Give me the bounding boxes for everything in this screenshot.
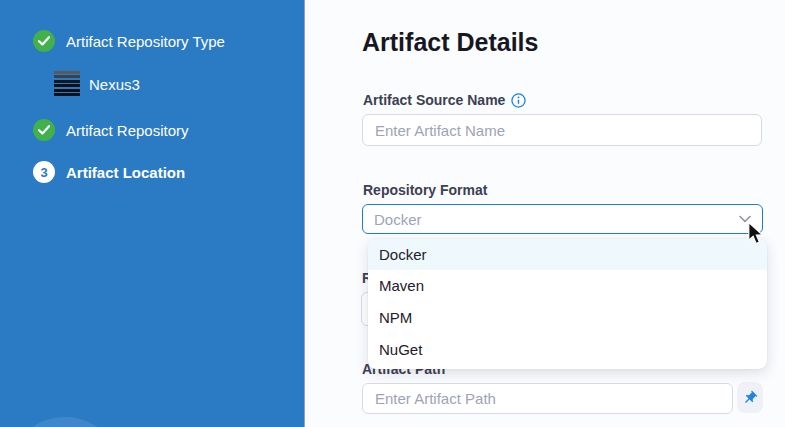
artifact-source-name-input[interactable]	[362, 114, 762, 146]
dropdown-option-nuget[interactable]: NuGet	[368, 334, 767, 366]
repository-format-label: Repository Format	[363, 182, 487, 198]
step-label: Artifact Repository Type	[66, 33, 225, 50]
dropdown-option-npm[interactable]: NPM	[368, 302, 767, 334]
step-label: Artifact Location	[66, 164, 185, 181]
step-number-badge: 3	[33, 161, 55, 183]
substep-label: Nexus3	[89, 76, 140, 93]
step-label: Artifact Repository	[66, 122, 189, 139]
nexus3-stack-icon	[54, 71, 80, 98]
check-icon	[33, 30, 55, 52]
sidebar-step-artifact-repository-type[interactable]: Artifact Repository Type	[33, 30, 225, 52]
chevron-down-icon	[739, 215, 751, 223]
info-icon[interactable]	[511, 93, 526, 108]
repository-format-select[interactable]: Docker	[362, 204, 763, 234]
label-text: Repository Format	[363, 182, 487, 198]
pin-artifact-path-button[interactable]	[737, 382, 763, 413]
dropdown-option-docker[interactable]: Docker	[368, 239, 767, 270]
check-icon	[33, 119, 55, 141]
sidebar-step-artifact-repository[interactable]: Artifact Repository	[33, 119, 189, 141]
sidebar-substep-nexus3[interactable]: Nexus3	[54, 71, 140, 98]
pushpin-icon	[739, 386, 762, 409]
dropdown-option-maven[interactable]: Maven	[368, 270, 767, 302]
label-text: Artifact Source Name	[363, 92, 505, 108]
wizard-sidebar: Artifact Repository Type Nexus3 Artifact…	[0, 0, 305, 427]
sidebar-step-artifact-location[interactable]: 3 Artifact Location	[33, 161, 185, 183]
artifact-path-input[interactable]	[362, 383, 733, 414]
decorative-circle	[8, 417, 122, 427]
artifact-source-name-label: Artifact Source Name	[363, 92, 526, 108]
repository-format-dropdown: Docker Maven NPM NuGet	[368, 239, 767, 369]
select-value: Docker	[363, 211, 739, 228]
page-title: Artifact Details	[362, 28, 538, 57]
